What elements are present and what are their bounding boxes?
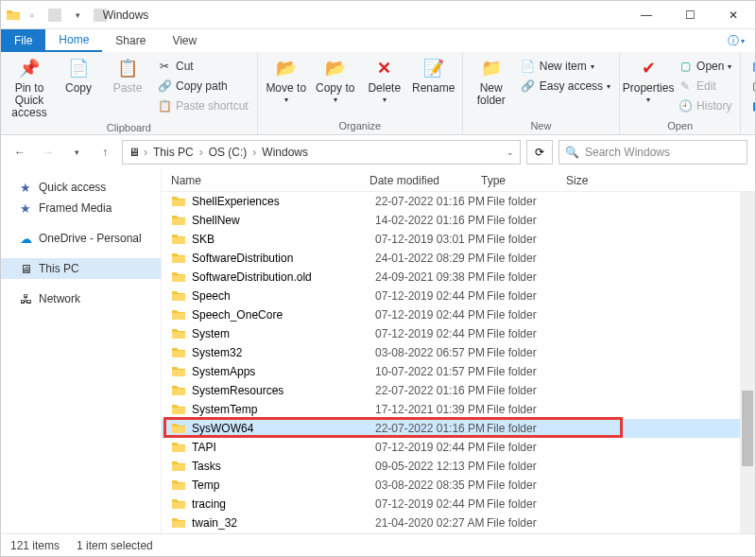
table-row[interactable]: SoftwareDistribution.old24-09-2021 09:38…	[162, 268, 755, 287]
table-row[interactable]: Speech_OneCore07-12-2019 02:44 PMFile fo…	[162, 305, 755, 324]
network-icon: 🖧	[18, 291, 33, 306]
col-name[interactable]: Name	[162, 174, 360, 187]
new-folder-button[interactable]: 📁New folder	[469, 54, 514, 107]
properties-qat-icon[interactable]: ▫	[26, 9, 39, 22]
crumb-folder[interactable]: Windows	[260, 146, 310, 159]
nav-this-pc[interactable]: 🖥This PC	[1, 258, 161, 279]
table-row[interactable]: ShellExperiences22-07-2022 01:16 PMFile …	[162, 192, 755, 211]
table-row[interactable]: System07-12-2019 02:44 PMFile folder	[162, 324, 755, 343]
select-all-button[interactable]: ▦Select all	[747, 58, 756, 75]
file-type: File folder	[487, 195, 572, 208]
forward-button[interactable]: →	[37, 141, 60, 164]
copy-button[interactable]: 📄Copy	[56, 54, 101, 95]
pin-to-quick-access-button[interactable]: 📌Pin to Quick access	[7, 54, 52, 120]
edit-button[interactable]: ✎Edit	[675, 78, 734, 95]
table-row[interactable]: Speech07-12-2019 02:44 PMFile folder	[162, 287, 755, 305]
paste-shortcut-button[interactable]: 📋Paste shortcut	[154, 97, 251, 114]
group-label: Clipboard	[7, 120, 251, 136]
tab-home[interactable]: Home	[45, 29, 102, 52]
maximize-button[interactable]: ☐	[668, 1, 712, 29]
ribbon: 📌Pin to Quick access 📄Copy 📋Paste ✂Cut 🔗…	[1, 52, 755, 135]
search-icon: 🔍	[565, 146, 579, 159]
file-date: 07-12-2019 02:44 PM	[375, 327, 487, 340]
folder-icon	[171, 364, 186, 379]
easy-access-button[interactable]: 🔗Easy access ▾	[518, 78, 613, 95]
recent-dropdown[interactable]: ▾	[65, 141, 88, 164]
qat-dropdown-icon[interactable]: ▾	[71, 9, 84, 22]
newfolder-label: New folder	[469, 82, 514, 107]
file-name: SysWOW64	[192, 422, 375, 435]
address-dropdown[interactable]: ⌄	[507, 148, 514, 157]
tab-share[interactable]: Share	[102, 29, 159, 52]
ribbon-group-clipboard: 📌Pin to Quick access 📄Copy 📋Paste ✂Cut 🔗…	[1, 52, 258, 134]
invert-selection-button[interactable]: ◧Invert selection	[747, 97, 756, 114]
ribbon-collapse-button[interactable]: ⓘ ▾	[717, 29, 755, 52]
table-row[interactable]: twain_3221-04-2020 02:27 AMFile folder	[162, 513, 755, 532]
nav-onedrive[interactable]: ☁OneDrive - Personal	[1, 228, 161, 249]
open-button[interactable]: ▢Open ▾	[675, 58, 734, 75]
table-row[interactable]: SystemResources22-07-2022 01:16 PMFile f…	[162, 381, 755, 400]
file-type: File folder	[487, 365, 572, 378]
search-input[interactable]: 🔍 Search Windows	[558, 140, 747, 165]
table-row[interactable]: Vss07-12-2019 02:44 PMFile folder	[162, 532, 755, 533]
group-label: New	[469, 118, 613, 134]
pin-icon: 📌	[18, 58, 41, 80]
table-row[interactable]: SoftwareDistribution24-01-2022 08:29 PMF…	[162, 249, 755, 268]
nav-framed-media[interactable]: ★Framed Media	[1, 198, 161, 218]
crumb-drive[interactable]: OS (C:)	[207, 146, 249, 159]
menu-bar: File Home Share View ⓘ ▾	[1, 29, 755, 52]
copy-path-button[interactable]: 🔗Copy path	[154, 78, 251, 95]
move-to-icon: 📂	[275, 58, 298, 80]
copy-to-button[interactable]: 📂Copy to▾	[313, 54, 358, 105]
nav-quick-access[interactable]: ★Quick access	[1, 177, 161, 198]
move-to-button[interactable]: 📂Move to▾	[264, 54, 309, 105]
rename-button[interactable]: 📝Rename	[411, 54, 456, 95]
folder-icon	[171, 421, 186, 436]
folder-icon	[171, 251, 186, 266]
table-row[interactable]: tracing07-12-2019 02:44 PMFile folder	[162, 495, 755, 513]
table-row[interactable]: SysWOW6422-07-2022 01:16 PMFile folder	[162, 419, 755, 438]
tab-file[interactable]: File	[1, 29, 45, 52]
file-type: File folder	[487, 441, 572, 454]
new-item-button[interactable]: 📄New item ▾	[518, 58, 613, 75]
table-row[interactable]: TAPI07-12-2019 02:44 PMFile folder	[162, 438, 755, 457]
col-date[interactable]: Date modified	[360, 174, 472, 187]
scrollbar-thumb[interactable]	[742, 391, 753, 466]
table-row[interactable]: SystemTemp17-12-2021 01:39 PMFile folder	[162, 400, 755, 419]
crumb-this-pc[interactable]: This PC	[151, 146, 196, 159]
properties-button[interactable]: ✔Properties▾	[626, 54, 671, 105]
table-row[interactable]: SKB07-12-2019 03:01 PMFile folder	[162, 230, 755, 249]
select-none-button[interactable]: ▢Select none	[747, 78, 756, 95]
address-bar[interactable]: 🖥 › This PC › OS (C:) › Windows ⌄	[122, 140, 521, 165]
scrollbar[interactable]	[740, 192, 755, 533]
folder-icon	[171, 402, 186, 417]
content-pane: Name Date modified Type Size ShellExperi…	[162, 169, 755, 533]
paste-button[interactable]: 📋Paste	[105, 54, 150, 95]
table-row[interactable]: System3203-08-2022 06:57 PMFile folder	[162, 343, 755, 362]
col-size[interactable]: Size	[557, 174, 632, 187]
refresh-button[interactable]: ⟳	[526, 140, 553, 165]
table-row[interactable]: ShellNew14-02-2022 01:16 PMFile folder	[162, 211, 755, 230]
back-button[interactable]: ←	[9, 141, 31, 164]
table-row[interactable]: Temp03-08-2022 08:35 PMFile folder	[162, 476, 755, 495]
close-button[interactable]: ✕	[712, 1, 755, 29]
file-date: 17-12-2021 01:39 PM	[375, 403, 487, 416]
cut-button[interactable]: ✂Cut	[154, 58, 251, 75]
table-row[interactable]: Tasks09-05-2022 12:13 PMFile folder	[162, 457, 755, 476]
file-list[interactable]: ShellExperiences22-07-2022 01:16 PMFile …	[162, 192, 755, 533]
properties-label: Properties	[623, 82, 675, 95]
newitem-label: New item	[540, 60, 587, 73]
nav-network[interactable]: 🖧Network	[1, 288, 161, 309]
file-name: tracing	[192, 497, 375, 511]
minimize-button[interactable]: —	[625, 1, 668, 29]
history-icon: 🕘	[678, 98, 693, 113]
folder-icon	[171, 326, 186, 341]
tab-view[interactable]: View	[159, 29, 210, 52]
file-name: SystemTemp	[192, 403, 375, 416]
history-button[interactable]: 🕘History	[675, 97, 734, 114]
folder-icon	[171, 383, 186, 398]
table-row[interactable]: SystemApps10-07-2022 01:57 PMFile folder	[162, 362, 755, 381]
col-type[interactable]: Type	[472, 174, 557, 187]
delete-button[interactable]: ✕Delete▾	[362, 54, 407, 105]
up-button[interactable]: ↑	[94, 141, 116, 164]
